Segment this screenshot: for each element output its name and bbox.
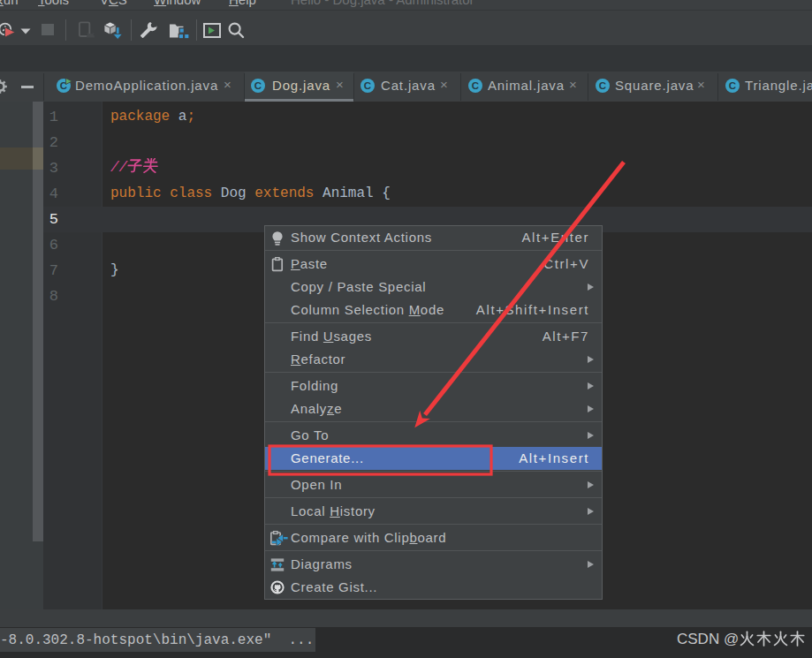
svg-text:C: C [364,80,371,91]
svg-text:C: C [599,80,606,91]
svg-text:C: C [254,80,262,91]
svg-text:C: C [729,80,736,91]
svg-text:C: C [472,80,479,91]
